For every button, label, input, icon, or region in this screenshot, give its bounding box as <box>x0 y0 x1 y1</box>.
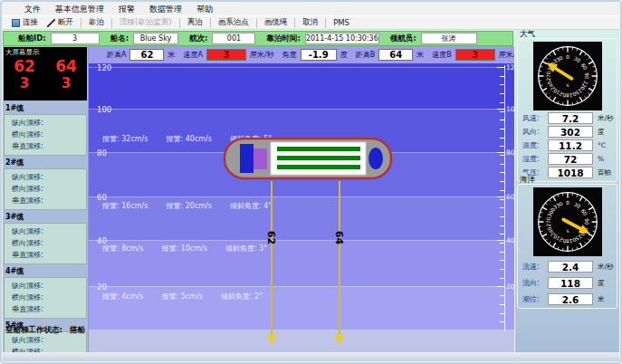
big-screen-title: 大屏幕显示 <box>4 47 87 57</box>
info-field-3: 靠泊时间:2011-4-15 10:30:36 <box>255 33 378 44</box>
atmosphere-panel: 大气 0306090120150180210240270300330S 风速:7… <box>516 30 618 180</box>
alarm-speed-b: 报警: 5cm/s <box>161 292 202 302</box>
tool-button-6[interactable]: 画缆绳 <box>260 16 292 29</box>
alarm-threshold-row: 报警: 4cm/s报警: 5cm/s倾斜角度: 2° <box>102 292 281 302</box>
readout-unit: % <box>598 155 604 163</box>
section-header-4: 4#缆 <box>3 264 88 277</box>
readout-unit: 度 <box>598 128 605 137</box>
tool-button-4[interactable]: 离泊 <box>183 16 207 29</box>
left-sidebar: 大屏幕显示 6264 33 1#缆纵向漂移:横向漂移:垂直漂移:2#缆纵向漂移:… <box>3 46 89 352</box>
info-field-label: 靠泊时间: <box>266 34 300 44</box>
chart-gridline <box>89 240 505 241</box>
info-field-label: 船舶ID: <box>18 34 46 44</box>
section-header-1: 1#缆 <box>3 101 88 114</box>
tool-button-label: 画缆绳 <box>264 17 288 28</box>
ocean-panel-frame: 0306090120150180210240270300330S 流速:2.4米… <box>517 184 617 309</box>
ruler-minor-tick <box>500 225 504 226</box>
readout-label: 风向: <box>522 127 548 137</box>
right-ruler <box>504 65 505 331</box>
info-field-input[interactable]: Blue Sky <box>133 33 178 44</box>
tool-button-1[interactable]: 断开 <box>43 16 78 29</box>
tool-button-8[interactable]: PMS <box>329 17 354 28</box>
tool-button-0[interactable]: 连接 <box>7 16 43 29</box>
info-field-0: 船舶ID:3 <box>7 33 100 44</box>
toolbar-separator <box>179 18 180 28</box>
drift-row-label: 垂直漂移: <box>5 249 86 261</box>
measure-value: 62 <box>129 49 164 61</box>
toolbar-separator <box>81 18 81 28</box>
scale-label-right: 20 <box>506 283 514 291</box>
tool-button-5[interactable]: 画系泊点 <box>214 16 254 29</box>
menu-item-2[interactable]: 报警 <box>111 3 142 16</box>
alarm-speed-a: 报警: 4cm/s <box>102 292 143 302</box>
ruler-minor-tick <box>500 321 504 322</box>
tool-button-2[interactable]: 靠泊 <box>84 16 109 29</box>
readout-unit: 度 <box>598 279 605 288</box>
tool-button-7[interactable]: 取消 <box>298 16 322 29</box>
info-field-input[interactable]: 2011-4-15 10:30:36 <box>305 33 379 44</box>
menu-bar: 文件基本信息管理报警数据管理帮助 <box>3 3 619 15</box>
info-field-input[interactable]: 001 <box>212 33 255 44</box>
scale-label-left: 80 <box>97 149 107 158</box>
menu-item-0[interactable]: 文件 <box>17 3 48 16</box>
svg-text:0: 0 <box>566 200 569 206</box>
alarm-speed-a: 报警: 32cm/s <box>102 134 148 144</box>
measure-label: 速度B <box>432 50 452 60</box>
ruler-major-tick <box>497 196 504 197</box>
drift-row-label: 垂直漂移: <box>5 140 86 152</box>
menu-item-4[interactable]: 帮助 <box>189 3 220 16</box>
toolbar-separator <box>294 18 295 28</box>
scale-label-right: 40 <box>506 237 514 244</box>
readout-value: 72 <box>548 153 593 165</box>
svg-text:S: S <box>566 83 569 88</box>
section-body-4: 纵向漂移:横向漂移:垂直漂移: <box>4 277 87 319</box>
menu-item-1[interactable]: 基本信息管理 <box>48 3 111 16</box>
tool-button-3[interactable]: 漂移(靠泊监测) <box>115 16 177 29</box>
info-field-2: 航次:001 <box>178 33 255 44</box>
drift-row-label: 横向漂移: <box>5 346 86 352</box>
big-screen-distance-value: 62 <box>14 59 35 74</box>
section-body-1: 纵向漂移:横向漂移:垂直漂移: <box>4 114 87 156</box>
readout-row: 风向:302度 <box>522 126 617 138</box>
ruler-major-tick <box>497 109 504 110</box>
info-field-input[interactable]: 3 <box>51 33 100 44</box>
alarm-threshold-row: 报警: 16cm/s报警: 20cm/s倾斜角度: 4° <box>102 201 290 211</box>
info-field-input[interactable]: 张涛 <box>421 33 477 44</box>
atmosphere-panel-frame: 0306090120150180210240270300330S 风速:7.2米… <box>517 38 617 182</box>
disconnect-icon <box>47 19 55 27</box>
tool-button-label: 漂移(靠泊监测) <box>120 17 172 28</box>
main-area: 距离A62米速度A3厘米/秒角度-1.9度距离B64米速度B3厘米/秒 1201… <box>89 46 514 352</box>
alarm-speed-b: 报警: 10cm/s <box>161 244 206 254</box>
measure-unit: 米 <box>167 50 175 60</box>
drift-row-label: 纵向漂移: <box>5 225 86 237</box>
ruler-major-tick <box>497 152 504 153</box>
measure-value-alarm: 3 <box>206 49 246 61</box>
section-header-2: 2#缆 <box>3 156 88 168</box>
readout-value: 11.2 <box>548 139 593 151</box>
measure-unit: 度 <box>340 50 348 60</box>
tool-button-label: 离泊 <box>187 17 203 28</box>
tool-button-label: 连接 <box>23 17 38 28</box>
ruler-minor-tick <box>500 146 504 147</box>
drift-row-label: 垂直漂移: <box>5 195 86 206</box>
readout-label: 温度: <box>522 140 548 150</box>
drift-row-label: 纵向漂移: <box>5 171 86 183</box>
toolbar-separator <box>325 18 326 28</box>
scale-label-left: 20 <box>97 283 107 292</box>
measure-line-distance-label: 64 <box>333 231 345 245</box>
ship-bow-block <box>368 148 383 169</box>
measure-line-arrow <box>266 334 277 346</box>
atmosphere-readouts: 风速:7.2米/秒风向:302度温度:11.2°C湿度:72%气压:1018百帕 <box>518 112 617 178</box>
drift-row-label: 横向漂移: <box>5 237 86 249</box>
readout-label: 风速: <box>522 113 548 123</box>
menu-item-3[interactable]: 数据管理 <box>142 3 189 16</box>
readout-value: 2.6 <box>548 293 593 305</box>
section-body-2: 纵向漂移:横向漂移:垂直漂移: <box>4 168 87 210</box>
ruler-minor-tick <box>500 286 504 287</box>
ruler-minor-tick <box>500 120 504 120</box>
scale-label-right: 100 <box>506 106 514 113</box>
bottom-status-strip <box>3 352 619 361</box>
ruler-minor-tick <box>500 260 504 261</box>
ocean-panel-title: 海洋 <box>516 176 618 184</box>
ship-purple-block <box>254 148 267 169</box>
